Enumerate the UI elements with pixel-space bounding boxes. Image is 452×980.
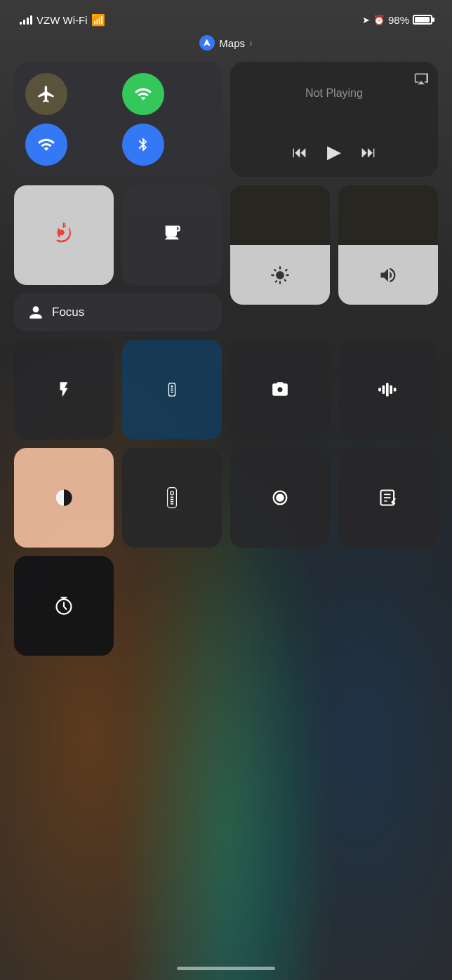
media-controls: ⏮ ▶ ⏭ bbox=[243, 141, 425, 163]
fast-forward-button[interactable]: ⏭ bbox=[361, 143, 376, 161]
maps-chevron-icon: › bbox=[249, 37, 253, 48]
svg-rect-1 bbox=[168, 383, 175, 396]
camera-button[interactable] bbox=[230, 340, 330, 439]
cellular-button[interactable] bbox=[122, 73, 164, 115]
svg-rect-3 bbox=[171, 388, 173, 389]
alarm-icon: ⏰ bbox=[373, 15, 385, 25]
carrier-label: VZW Wi-Fi bbox=[36, 14, 87, 26]
location-arrow-icon: ➤ bbox=[362, 15, 370, 25]
airplane-mode-button[interactable] bbox=[25, 73, 67, 115]
bluetooth-button[interactable] bbox=[122, 124, 164, 166]
brightness-slider[interactable] bbox=[230, 185, 330, 305]
volume-slider[interactable] bbox=[338, 185, 438, 305]
timer-button[interactable] bbox=[14, 556, 114, 656]
status-left: VZW Wi-Fi 📶 bbox=[20, 13, 105, 27]
wifi-toggle-button[interactable] bbox=[25, 124, 67, 166]
screen-mirror-button[interactable] bbox=[122, 185, 222, 285]
focus-button[interactable]: Focus bbox=[14, 293, 222, 331]
svg-rect-4 bbox=[171, 390, 173, 391]
dark-mode-button[interactable] bbox=[14, 448, 114, 548]
rotation-lock-icon bbox=[53, 222, 75, 249]
maps-location-icon: ⮝ bbox=[199, 35, 215, 51]
sound-recognition-button[interactable] bbox=[338, 340, 438, 439]
status-right: ➤ ⏰ 98% bbox=[362, 14, 432, 26]
home-indicator bbox=[177, 967, 275, 970]
rotation-lock-button[interactable] bbox=[14, 185, 114, 285]
play-button[interactable]: ▶ bbox=[327, 141, 341, 163]
battery-percent-label: 98% bbox=[388, 14, 409, 26]
focus-person-icon bbox=[27, 303, 45, 322]
maps-app-label: Maps bbox=[219, 37, 245, 49]
battery-icon bbox=[413, 15, 432, 25]
svg-point-2 bbox=[171, 385, 173, 388]
status-bar: VZW Wi-Fi 📶 ➤ ⏰ 98% bbox=[14, 0, 438, 35]
media-player-panel: Not Playing ⏮ ▶ ⏭ bbox=[230, 62, 438, 177]
screen-record-button[interactable] bbox=[230, 448, 330, 548]
not-playing-label: Not Playing bbox=[243, 87, 425, 100]
airplay-icon[interactable] bbox=[414, 72, 428, 89]
svg-rect-16 bbox=[171, 501, 174, 503]
svg-point-19 bbox=[276, 494, 284, 502]
connectivity-panel bbox=[14, 62, 222, 177]
flashlight-button[interactable] bbox=[14, 340, 114, 439]
svg-rect-17 bbox=[171, 503, 174, 505]
svg-rect-14 bbox=[171, 496, 174, 498]
quick-note-button[interactable] bbox=[338, 448, 438, 548]
svg-rect-7 bbox=[383, 385, 385, 394]
focus-label: Focus bbox=[52, 305, 84, 319]
wifi-icon: 📶 bbox=[91, 13, 105, 27]
svg-point-13 bbox=[171, 491, 174, 495]
svg-rect-8 bbox=[386, 383, 389, 396]
svg-rect-5 bbox=[171, 392, 173, 393]
bottom-row bbox=[14, 556, 438, 656]
remote-control-button[interactable] bbox=[122, 340, 222, 439]
svg-rect-9 bbox=[390, 385, 392, 394]
maps-bar[interactable]: ⮝ Maps › bbox=[199, 35, 252, 51]
rewind-button[interactable]: ⏮ bbox=[292, 143, 307, 161]
svg-rect-6 bbox=[378, 388, 381, 392]
svg-rect-10 bbox=[394, 388, 397, 392]
signal-bars-icon bbox=[20, 15, 32, 25]
screen-mirror-icon bbox=[161, 223, 182, 248]
tv-remote-button[interactable] bbox=[122, 448, 222, 548]
svg-rect-15 bbox=[171, 499, 174, 501]
